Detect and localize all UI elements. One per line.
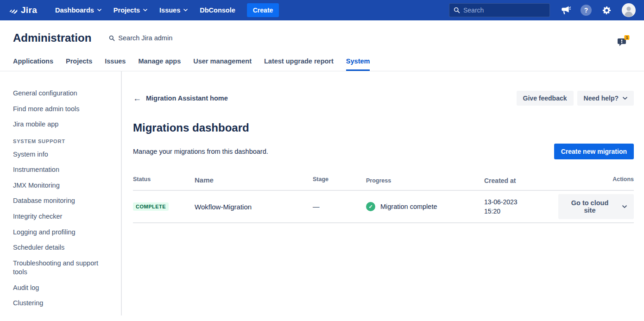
migration-name: Wokflow-Migration [195, 203, 313, 211]
jira-logo[interactable]: Jira [8, 5, 37, 15]
chevron-down-icon [183, 9, 188, 12]
sidebar-item-scheduler-details[interactable]: Scheduler details [13, 243, 113, 252]
tab-applications[interactable]: Applications [13, 57, 53, 71]
page-title-administration: Administration [13, 31, 91, 44]
search-icon [454, 7, 460, 13]
migration-stage: — [313, 203, 366, 210]
migration-created-at: 13-06-2023 15:20 [484, 197, 558, 216]
announcement-icon[interactable] [560, 6, 571, 15]
sidebar-item-logging-and-profiling[interactable]: Logging and profiling [13, 228, 113, 237]
feedback-notification-icon[interactable]: 1 [616, 35, 630, 49]
nav-item-issues[interactable]: Issues [153, 0, 194, 20]
sidebar-item-database-monitoring[interactable]: Database monitoring [13, 196, 113, 206]
chevron-down-icon [622, 205, 627, 208]
sidebar-section-system-support: SYSTEM SUPPORT [13, 138, 113, 144]
tab-projects[interactable]: Projects [66, 57, 92, 71]
created-date: 13-06-2023 [484, 197, 558, 207]
jira-logo-icon [8, 5, 19, 15]
migration-table-row: COMPLETE Wokflow-Migration — ✓ Migration… [133, 191, 634, 223]
search-icon [109, 35, 115, 41]
sidebar-item-troubleshooting-and-support-tools[interactable]: Troubleshooting and support tools [13, 259, 113, 277]
success-check-icon: ✓ [366, 202, 375, 211]
global-search-input[interactable] [463, 6, 545, 14]
column-header-stage: Stage [313, 176, 366, 185]
migration-progress-text: Migration complete [380, 203, 437, 210]
sidebar-item-clustering[interactable]: Clustering [13, 299, 113, 308]
migrations-dashboard-panel: ← Migration Assistant home Give feedback… [122, 71, 644, 315]
column-header-actions: Actions [558, 176, 634, 185]
migrations-table: Status Name Stage Progress Created at Ac… [133, 176, 634, 223]
back-link-migration-assistant-home[interactable]: ← Migration Assistant home [133, 94, 228, 102]
created-time: 15:20 [484, 207, 558, 216]
tab-system[interactable]: System [346, 57, 370, 71]
nav-item-dbconsole[interactable]: DbConsole [194, 0, 241, 20]
column-header-progress: Progress [366, 176, 484, 185]
top-navbar: Jira Dashboards Projects Issues DbConsol… [0, 0, 644, 20]
user-avatar[interactable] [622, 3, 636, 17]
settings-gear-icon[interactable] [601, 5, 612, 16]
sidebar-item-jmx-monitoring[interactable]: JMX Monitoring [13, 181, 113, 190]
create-button[interactable]: Create [247, 3, 279, 17]
sidebar-item-instrumentation[interactable]: Instrumentation [13, 165, 113, 175]
chevron-down-icon [97, 9, 101, 12]
sidebar-item-audit-log[interactable]: Audit log [13, 283, 113, 293]
column-header-name: Name [195, 176, 313, 185]
give-feedback-button[interactable]: Give feedback [517, 91, 574, 106]
migrations-table-header: Status Name Stage Progress Created at Ac… [133, 176, 634, 191]
sidebar-item-jira-mobile-app[interactable]: Jira mobile app [13, 120, 113, 129]
sidebar-item-system-info[interactable]: System info [13, 150, 113, 159]
tab-manage-apps[interactable]: Manage apps [138, 57, 181, 71]
jira-logo-text: Jira [21, 5, 37, 15]
page-title-migrations-dashboard: Migrations dashboard [133, 121, 634, 134]
create-new-migration-button[interactable]: Create new migration [554, 144, 634, 159]
go-to-cloud-site-button[interactable]: Go to cloud site [558, 194, 634, 219]
chevron-down-icon [623, 97, 627, 100]
admin-search[interactable]: Search Jira admin [109, 34, 172, 42]
tab-issues[interactable]: Issues [105, 57, 126, 71]
status-badge-complete: COMPLETE [133, 202, 169, 211]
admin-sidebar: General configuration Find more admin to… [0, 71, 122, 315]
sidebar-item-find-more-admin-tools[interactable]: Find more admin tools [13, 105, 113, 114]
help-icon[interactable]: ? [581, 5, 592, 16]
global-search-box[interactable] [449, 3, 550, 17]
back-arrow-icon: ← [133, 94, 141, 102]
tab-latest-upgrade-report[interactable]: Latest upgrade report [264, 57, 334, 71]
chevron-down-icon [143, 9, 147, 12]
tab-user-management[interactable]: User management [193, 57, 252, 71]
admin-tab-bar: Applications Projects Issues Manage apps… [0, 56, 644, 71]
sidebar-item-integrity-checker[interactable]: Integrity checker [13, 212, 113, 221]
back-link-label: Migration Assistant home [146, 94, 228, 102]
need-help-button[interactable]: Need help? [577, 91, 634, 106]
column-header-status: Status [133, 176, 195, 185]
nav-item-projects[interactable]: Projects [107, 0, 153, 20]
notification-badge: 1 [626, 35, 628, 40]
sidebar-item-general-configuration[interactable]: General configuration [13, 89, 113, 98]
column-header-created-at: Created at [484, 176, 558, 185]
admin-header: Administration Search Jira admin 1 [0, 20, 644, 56]
admin-search-label: Search Jira admin [118, 34, 172, 42]
page-subtitle: Manage your migrations from this dashboa… [133, 148, 268, 155]
nav-item-dashboards[interactable]: Dashboards [49, 0, 107, 20]
